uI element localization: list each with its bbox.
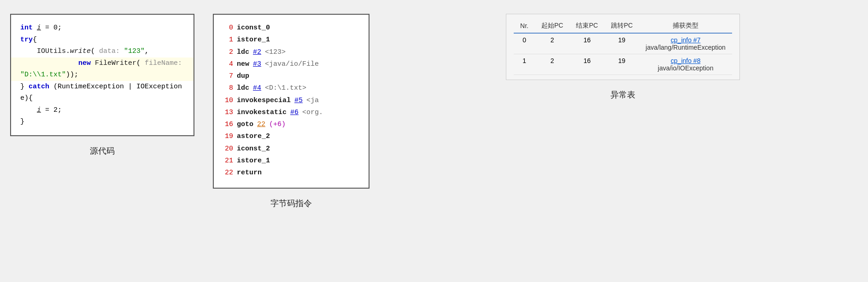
- table-header-row: Nr. 起始PC 结束PC 跳转PC 捕获类型: [514, 19, 732, 33]
- source-line-3: IOUtils.write( data: "123",: [20, 46, 184, 58]
- classname-0: java/lang/RuntimeException: [645, 44, 726, 51]
- param-filename: fileName:: [145, 59, 182, 67]
- bc-ref-8[interactable]: #4: [253, 82, 261, 94]
- bc-row-4: 4 new #3 <java/io/File: [223, 58, 359, 70]
- bc-instr-4: new: [237, 58, 249, 70]
- bc-comment-4: <java/io/File: [265, 58, 319, 70]
- keyword-try: try: [20, 36, 33, 44]
- col-header-start-pc: 起始PC: [535, 19, 569, 33]
- brace-close: }: [20, 83, 29, 91]
- cell-type-0: cp_info #7 java/lang/RuntimeException: [639, 33, 732, 54]
- bc-instr-13: invokestatic: [237, 107, 287, 119]
- bc-idx-20: 20: [223, 143, 233, 155]
- bc-ref-2[interactable]: #2: [253, 46, 261, 58]
- bc-ref-13[interactable]: #6: [290, 107, 299, 119]
- source-code-box: int i = 0; try{ IOUtils.write( data: "12…: [10, 14, 194, 136]
- bc-instr-8: ldc: [237, 82, 249, 94]
- bc-idx-21: 21: [223, 155, 233, 167]
- string-123: "123": [124, 47, 145, 55]
- table-row-0: 0 2 16 19 cp_info #7 java/lang/RuntimeEx…: [514, 33, 732, 54]
- bc-instr-0: iconst_0: [237, 22, 270, 34]
- exception-label: 异常表: [610, 89, 635, 100]
- classname-filewriter: FileWriter: [95, 59, 136, 67]
- cell-jump-0: 19: [604, 33, 639, 54]
- bc-instr-7: dup: [237, 70, 249, 82]
- bc-row-16: 16 goto 22 (+6): [223, 119, 359, 131]
- bc-idx-13: 13: [223, 107, 233, 119]
- cp-link-0[interactable]: cp_info #7: [671, 36, 701, 44]
- var-i: i: [37, 24, 41, 32]
- cell-end-1: 16: [569, 54, 604, 75]
- table-row-1: 1 2 16 19 cp_info #8 java/io/IOException: [514, 54, 732, 75]
- bc-goto-target[interactable]: 22: [257, 119, 265, 131]
- cell-jump-1: 19: [604, 54, 639, 75]
- bc-idx-22: 22: [223, 167, 233, 179]
- exception-panel: Nr. 起始PC 结束PC 跳转PC 捕获类型 0 2 16 19 cp_: [388, 14, 858, 100]
- bc-instr-10: invokespecial: [237, 95, 291, 107]
- bc-goto-offset: (+6): [269, 119, 286, 131]
- bc-idx-0: 0: [223, 22, 233, 34]
- classname-ioutils: IOUtils: [37, 47, 66, 55]
- main-container: int i = 0; try{ IOUtils.write( data: "12…: [10, 14, 858, 209]
- keyword-catch: catch: [29, 83, 49, 91]
- close-parens: ));: [66, 71, 78, 79]
- bc-row-22: 22 return: [223, 167, 359, 179]
- bc-idx-2: 2: [223, 46, 233, 58]
- col-header-catch-type: 捕获类型: [639, 19, 732, 33]
- param-data: data:: [99, 47, 124, 55]
- bc-instr-22: return: [237, 167, 262, 179]
- var-i2: i: [37, 106, 41, 114]
- source-line-2: try{: [20, 34, 184, 46]
- bc-idx-16: 16: [223, 119, 233, 131]
- bc-row-20: 20 iconst_2: [223, 143, 359, 155]
- cell-nr-0: 0: [514, 33, 535, 54]
- classname-1: java/io/IOException: [658, 64, 714, 72]
- method-write: write: [70, 47, 91, 55]
- bc-comment-10: <ja: [306, 95, 319, 107]
- bc-row-0: 0 iconst_0: [223, 22, 359, 34]
- bc-comment-2: <123>: [265, 46, 286, 58]
- bc-idx-4: 4: [223, 58, 233, 70]
- source-label: 源代码: [90, 145, 115, 156]
- cell-type-1: cp_info #8 java/io/IOException: [639, 54, 732, 75]
- bc-row-1: 1 istore_1: [223, 34, 359, 46]
- brace-open: {: [33, 36, 37, 44]
- bc-ref-10[interactable]: #5: [294, 95, 303, 107]
- bc-row-7: 7 dup: [223, 70, 359, 82]
- bc-ref-4[interactable]: #3: [253, 58, 261, 70]
- exception-table: Nr. 起始PC 结束PC 跳转PC 捕获类型 0 2 16 19 cp_: [514, 19, 732, 75]
- bc-idx-19: 19: [223, 131, 233, 143]
- keyword-new: new: [78, 59, 91, 67]
- comma: ,: [145, 47, 149, 55]
- bytecode-panel: 0 iconst_0 1 istore_1 2 ldc #2 <123> 4 n…: [213, 14, 369, 209]
- bc-comment-8: <D:\1.txt>: [265, 82, 306, 94]
- col-header-nr: Nr.: [514, 19, 535, 33]
- col-header-jump-pc: 跳转PC: [604, 19, 639, 33]
- bc-idx-7: 7: [223, 70, 233, 82]
- paren2: (: [136, 59, 145, 67]
- paren-open: (: [91, 47, 99, 55]
- source-line-5: } catch (RuntimeException | IOException …: [20, 81, 184, 104]
- bc-row-21: 21 istore_1: [223, 155, 359, 167]
- exception-table-wrapper: Nr. 起始PC 结束PC 跳转PC 捕获类型 0 2 16 19 cp_: [506, 14, 740, 80]
- source-line-4-highlighted: new FileWriter( fileName: "D:\\1.txt"));: [11, 58, 194, 81]
- bc-idx-1: 1: [223, 34, 233, 46]
- cell-start-1: 2: [535, 54, 569, 75]
- cell-end-0: 16: [569, 33, 604, 54]
- bc-instr-20: iconst_2: [237, 143, 270, 155]
- bytecode-box: 0 iconst_0 1 istore_1 2 ldc #2 <123> 4 n…: [213, 14, 369, 189]
- cp-link-1[interactable]: cp_info #8: [671, 57, 701, 64]
- bytecode-label: 字节码指令: [270, 198, 312, 209]
- bc-idx-10: 10: [223, 95, 233, 107]
- bc-instr-19: astore_2: [237, 131, 270, 143]
- bc-instr-16: goto: [237, 119, 253, 131]
- keyword-int: int: [20, 24, 33, 32]
- source-line-1: int i = 0;: [20, 22, 184, 34]
- bc-row-10: 10 invokespecial #5 <ja: [223, 95, 359, 107]
- cell-start-0: 2: [535, 33, 569, 54]
- brace-close2: }: [20, 118, 24, 126]
- bc-idx-8: 8: [223, 82, 233, 94]
- bc-row-19: 19 astore_2: [223, 131, 359, 143]
- bc-row-8: 8 ldc #4 <D:\1.txt>: [223, 82, 359, 94]
- dot: .: [66, 47, 70, 55]
